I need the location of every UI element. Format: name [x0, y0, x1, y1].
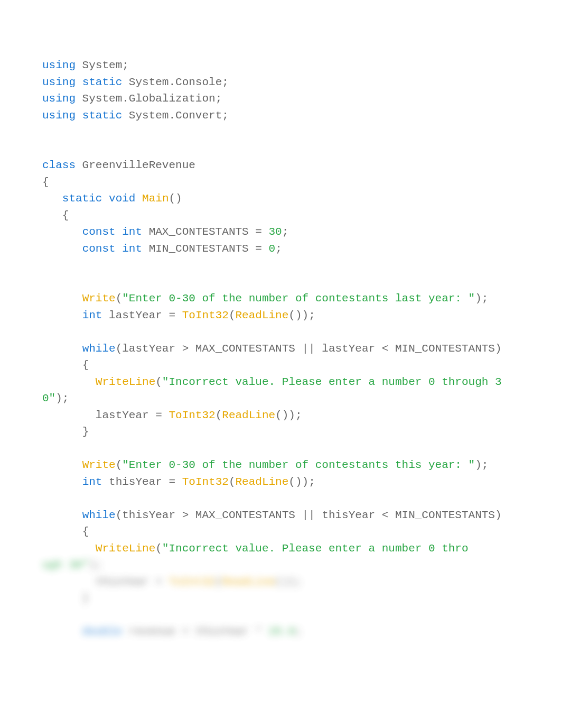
condition: (thisYear > MAX_CONTESTANTS || thisYear … — [116, 509, 502, 521]
fn-writeline: WriteLine — [96, 542, 155, 555]
var-name: revenue = thisYear * — [122, 625, 268, 638]
kw-int: int — [82, 309, 102, 321]
string-literal: ugh 30" — [42, 559, 89, 571]
number-literal: 25.0 — [269, 625, 295, 638]
indent — [42, 509, 82, 521]
indent — [42, 292, 82, 305]
indent — [42, 476, 82, 488]
string-literal: "Enter 0-30 of the number of contestants… — [122, 459, 475, 471]
kw-double: double — [82, 625, 123, 638]
paren: ( — [116, 292, 123, 305]
kw-while: while — [82, 509, 116, 521]
kw-int: int — [122, 243, 142, 255]
brace: } — [42, 592, 89, 604]
indent — [42, 226, 82, 238]
kw-const: const — [82, 226, 116, 238]
tail: ); — [475, 459, 488, 471]
fn-readline: ReadLine — [222, 576, 275, 588]
condition: (lastYear > MAX_CONTESTANTS || lastYear … — [116, 343, 502, 355]
string-literal: "Incorrect value. Please enter a number … — [162, 542, 469, 555]
kw-static: static — [62, 192, 102, 205]
fn-writeline: WriteLine — [96, 376, 155, 388]
brace: { — [42, 359, 89, 371]
text: System; — [76, 59, 129, 71]
fn-toint32: ToInt32 — [169, 576, 215, 588]
var-name: lastYear = — [102, 309, 182, 321]
paren: ( — [155, 376, 162, 388]
indent — [42, 343, 82, 355]
semi: ; — [275, 243, 282, 255]
kw-int: int — [82, 476, 102, 488]
fn-toint32: ToInt32 — [182, 476, 229, 488]
fn-write: Write — [82, 459, 116, 471]
text: System.Console; — [122, 76, 229, 88]
assign: lastYear = — [42, 409, 169, 421]
class-name: GreenvilleRevenue — [76, 159, 195, 171]
semi: ; — [282, 226, 289, 238]
brace: { — [42, 526, 89, 538]
brace: } — [42, 426, 89, 438]
kw-void: void — [109, 192, 135, 205]
indent — [42, 243, 82, 255]
kw-using: using — [42, 93, 76, 105]
var-name: thisYear = — [102, 476, 182, 488]
tail: ()); — [275, 409, 302, 421]
paren: ( — [216, 409, 222, 421]
kw-using: using — [42, 109, 76, 122]
string-literal: "Enter 0-30 of the number of contestants… — [122, 292, 475, 305]
tail: ); — [89, 559, 102, 571]
paren: ( — [155, 542, 162, 555]
parens: () — [169, 192, 182, 205]
kw-class: class — [42, 159, 76, 171]
blurred-code-region: ugh 30"); thisYear = ToInt32(ReadLine())… — [42, 559, 302, 638]
paren: ( — [229, 309, 236, 321]
code-document: using System; using static System.Consol… — [0, 0, 561, 661]
fn-readline: ReadLine — [222, 409, 275, 421]
tail: ()); — [288, 476, 315, 488]
fn-readline: ReadLine — [236, 309, 289, 321]
brace: { — [42, 209, 69, 222]
paren: ( — [216, 576, 222, 588]
semi: ; — [295, 625, 302, 638]
kw-using: using — [42, 76, 76, 88]
brace: { — [42, 176, 49, 188]
indent — [42, 625, 82, 638]
kw-using: using — [42, 59, 76, 71]
fn-toint32: ToInt32 — [182, 309, 229, 321]
tail: ); — [55, 392, 69, 404]
fn-write: Write — [82, 292, 116, 305]
fn-toint32: ToInt32 — [169, 409, 215, 421]
assign: thisYear = — [42, 576, 169, 588]
kw-static: static — [82, 76, 123, 88]
tail: ()); — [275, 576, 302, 588]
indent — [42, 376, 96, 388]
kw-const: const — [82, 243, 116, 255]
var-name: MIN_CONTESTANTS = — [142, 243, 268, 255]
text: System.Globalization; — [76, 93, 222, 105]
tail: ); — [475, 292, 488, 305]
number-literal: 30 — [269, 226, 282, 238]
text: System.Convert; — [122, 109, 229, 122]
indent — [42, 542, 96, 555]
var-name: MAX_CONTESTANTS = — [142, 226, 268, 238]
kw-while: while — [82, 343, 116, 355]
number-literal: 0 — [269, 243, 276, 255]
code-block: using System; using static System.Consol… — [42, 57, 519, 640]
fn-readline: ReadLine — [236, 476, 289, 488]
indent — [42, 192, 62, 205]
kw-static: static — [82, 109, 123, 122]
indent — [42, 309, 82, 321]
kw-int: int — [122, 226, 142, 238]
fn-main: Main — [142, 192, 169, 205]
indent — [42, 459, 82, 471]
tail: ()); — [288, 309, 315, 321]
paren: ( — [116, 459, 123, 471]
paren: ( — [229, 476, 236, 488]
